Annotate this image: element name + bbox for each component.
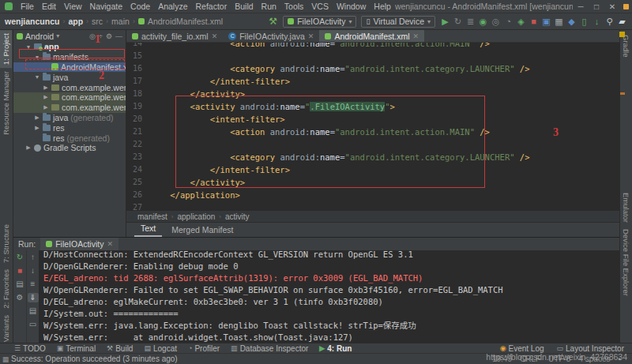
menu-item-edit[interactable]: Edit	[38, 2, 60, 11]
chevron-down-icon[interactable]: ▼	[25, 44, 32, 50]
settings-icon[interactable]: ⚙	[14, 293, 25, 302]
rerun-icon[interactable]: ↻	[14, 253, 25, 262]
tool-window-button-7-structure[interactable]: 7: Structure	[0, 221, 12, 266]
settings-icon[interactable]: ⚙	[106, 32, 112, 40]
down-icon[interactable]: ↓	[28, 266, 39, 276]
tree-item-java[interactable]: ▼java	[13, 72, 126, 82]
menu-item-file[interactable]: File	[17, 2, 38, 11]
clear-icon[interactable]: ▭	[28, 320, 39, 329]
code-line[interactable]: 16 <category android:name="android.inten…	[126, 62, 619, 75]
bottom-bar-event-log[interactable]: ◉Event Log	[500, 344, 544, 353]
chevron-down-icon[interactable]: ▼	[34, 74, 40, 80]
soft-wrap-icon[interactable]: ≡	[28, 280, 39, 289]
tree-item-gradle-scripts[interactable]: ▶Gradle Scripts	[13, 143, 126, 153]
breadcrumb-item[interactable]: app	[68, 17, 83, 26]
locate-icon[interactable]: ◎	[89, 32, 96, 40]
collapse-all-icon[interactable]: ÷	[99, 32, 103, 40]
chevron-down-icon[interactable]: ▾	[56, 32, 59, 39]
menu-item-run[interactable]: Run	[258, 2, 280, 11]
tool-window-button-emulator[interactable]: Emulator	[620, 190, 632, 226]
menu-item-help[interactable]: Help	[370, 2, 395, 11]
xml-breadcrumb-item[interactable]: manifest	[137, 212, 167, 221]
tool-window-button-logcat[interactable]: ▤Logcat	[144, 344, 177, 353]
close-icon[interactable]: ✕	[212, 32, 218, 40]
menu-item-navigate[interactable]: Navigate	[86, 2, 126, 11]
editor-tab-fileioactivity-java[interactable]: CFileIOActivity.java✕	[223, 30, 319, 42]
project-view-mode[interactable]: Android	[25, 32, 54, 41]
tool-window-button-2-favorites[interactable]: 2: Favorites	[0, 266, 12, 312]
tool-window-button-terminal[interactable]: ▣Terminal	[57, 344, 96, 353]
breadcrumb-item[interactable]: src	[92, 17, 103, 26]
editor-tab-androidmanifest-xml[interactable]: AndroidManifest.xml✕	[319, 30, 424, 42]
build-hammer-icon[interactable]: ⚒	[268, 17, 278, 26]
record-icon[interactable]: ◈	[516, 17, 526, 26]
chevron-down-icon[interactable]: ▼	[34, 54, 40, 60]
close-icon[interactable]: ✕	[308, 32, 314, 40]
code-line[interactable]: 17 </intent-filter>	[126, 75, 619, 88]
close-icon[interactable]: ✕	[604, 2, 620, 11]
tool-window-button-1-project[interactable]: 1: Project	[0, 30, 12, 68]
avatar-icon[interactable]: ▰	[617, 17, 627, 26]
minimize-icon[interactable]: ─	[573, 2, 589, 11]
xml-breadcrumb-item[interactable]: application	[177, 212, 215, 221]
maximize-icon[interactable]: □	[589, 2, 604, 11]
up-icon[interactable]: ↑	[28, 253, 39, 262]
run-configuration-select[interactable]: FileIOActivity ▾	[283, 16, 356, 28]
close-icon[interactable]: ✕	[107, 240, 113, 248]
run-tab[interactable]: FileIOActivity ✕	[40, 238, 118, 250]
tool-window-button-4-run[interactable]: ▶4: Run	[319, 344, 352, 353]
run-icon[interactable]: ▶	[440, 17, 450, 26]
tree-item-androidmanifest-xml[interactable]: AndroidManifest.xml	[13, 62, 126, 73]
monitor-icon[interactable]: ▤	[14, 280, 25, 289]
manifest-tab-text[interactable]: Text	[134, 222, 162, 237]
device-select[interactable]: ▯ Virtual Device ▾	[361, 16, 435, 28]
tree-item-res[interactable]: ▶res	[13, 122, 126, 133]
manifest-tab-merged-manifest[interactable]: Merged Manifest	[165, 223, 239, 237]
tool-window-toggle-icon[interactable]: ▦	[0, 355, 11, 363]
xml-breadcrumb-item[interactable]: activity	[225, 212, 250, 221]
code-line[interactable]: 23 <category android:name="android.inten…	[126, 151, 619, 163]
code-line[interactable]: 20 <intent-filter>	[126, 113, 619, 126]
chevron-right-icon[interactable]: ▶	[43, 84, 49, 91]
code-line[interactable]: 25 </activity>	[126, 176, 619, 189]
code-editor[interactable]: 14 <action android:name="android.intent.…	[126, 43, 619, 210]
code-line[interactable]: 14 <action android:name="android.intent.…	[126, 43, 619, 50]
stop-icon[interactable]: ■	[14, 266, 25, 276]
menu-item-code[interactable]: Code	[126, 2, 154, 11]
editor-tab-activity-file-io-xml[interactable]: activity_file_io.xml✕	[126, 30, 223, 42]
tool-window-button-profiler[interactable]: ◔Profiler	[188, 344, 220, 353]
search-icon[interactable]: ⚲	[604, 17, 615, 26]
tree-item-com-example-wenjiancuncu[interactable]: ▶com.example.wenjiancuncu	[13, 82, 126, 92]
hide-icon[interactable]: —	[115, 32, 122, 40]
breadcrumb-item[interactable]: AndroidManifest.xml	[148, 17, 223, 26]
bottom-bar-layout-inspector[interactable]: ▭Layout Inspector	[557, 344, 624, 353]
avd-manager-icon[interactable]: ▯	[579, 17, 589, 26]
code-line[interactable]: 24 </intent-filter>	[126, 163, 619, 176]
breadcrumb-item[interactable]: main	[111, 17, 130, 26]
tree-item-com-example-wenjiancuncu[interactable]: ▶com.example.wenjiancuncu	[13, 103, 126, 113]
tree-item-java[interactable]: ▶java (generated)	[13, 113, 126, 123]
apply-code-changes-icon[interactable]: ≣	[465, 17, 476, 26]
code-line[interactable]: 26 </application>	[126, 189, 619, 201]
inspection-status-icon[interactable]	[619, 32, 625, 37]
tool-window-button-device-file-explorer[interactable]: Device File Explorer	[620, 226, 632, 299]
attach-debugger-icon[interactable]: ◎	[491, 17, 501, 26]
menu-item-vcs[interactable]: VCS	[307, 2, 333, 11]
menu-item-view[interactable]: View	[60, 2, 86, 11]
chevron-right-icon[interactable]: ▶	[25, 144, 32, 151]
tool-window-button-database-inspector[interactable]: ▥Database Inspector	[231, 344, 308, 353]
profiler-icon[interactable]: ◔	[503, 17, 514, 26]
debug-icon[interactable]: ◉	[478, 17, 488, 26]
tree-item-com-example-wenjiancuncu[interactable]: ▶com.example.wenjiancuncu	[13, 92, 126, 103]
tree-item-res[interactable]: res (generated)	[13, 133, 126, 143]
tree-item-manifests[interactable]: ▼manifests	[13, 52, 126, 62]
menu-item-window[interactable]: Window	[333, 2, 370, 11]
code-line[interactable]: 22	[126, 138, 619, 151]
chevron-right-icon[interactable]: ▶	[43, 104, 49, 111]
close-icon[interactable]: ✕	[413, 32, 419, 40]
stop-icon[interactable]: ■	[529, 17, 539, 26]
code-line[interactable]: 21 <action android:name="android.intent.…	[126, 126, 619, 138]
apply-changes-icon[interactable]: ↻	[453, 17, 463, 26]
chevron-right-icon[interactable]: ▶	[43, 94, 49, 100]
menu-item-build[interactable]: Build	[231, 2, 257, 11]
